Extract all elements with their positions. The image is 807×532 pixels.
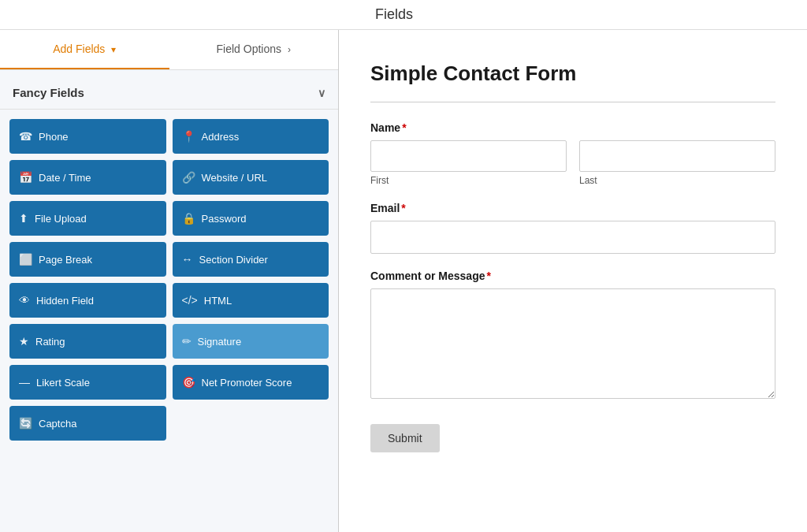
nps-icon: 🎯 bbox=[182, 376, 195, 389]
field-btn-date-time[interactable]: 📅 Date / Time bbox=[9, 160, 166, 195]
last-name-wrap: Last bbox=[579, 140, 775, 186]
form-title: Simple Contact Form bbox=[370, 61, 775, 86]
form-group-comment: Comment or Message* bbox=[370, 270, 775, 402]
first-name-input[interactable] bbox=[370, 140, 567, 172]
rating-icon: ★ bbox=[19, 335, 29, 348]
website-icon: 🔗 bbox=[182, 171, 195, 184]
field-btn-signature[interactable]: ✏ Signature bbox=[173, 324, 329, 359]
fancy-fields-section-header[interactable]: Fancy Fields ∨ bbox=[0, 76, 338, 110]
submit-button[interactable]: Submit bbox=[370, 424, 440, 452]
field-btn-password[interactable]: 🔒 Password bbox=[173, 201, 329, 236]
form-group-name: Name* First Last bbox=[370, 121, 775, 186]
field-btn-captcha[interactable]: 🔄 Captcha bbox=[9, 406, 166, 441]
field-btn-net-promoter-score[interactable]: 🎯 Net Promoter Score bbox=[173, 365, 329, 400]
last-name-input[interactable] bbox=[579, 140, 775, 172]
top-header: Fields bbox=[0, 0, 807, 30]
address-icon: 📍 bbox=[182, 130, 195, 143]
first-label: First bbox=[370, 175, 567, 186]
first-name-wrap: First bbox=[370, 140, 567, 186]
field-btn-phone[interactable]: ☎ Phone bbox=[9, 119, 166, 154]
fancy-fields-chevron: ∨ bbox=[318, 87, 325, 99]
field-btn-website-url[interactable]: 🔗 Website / URL bbox=[173, 160, 329, 195]
hidden-field-icon: 👁 bbox=[19, 294, 30, 307]
section-divider-icon: ↔ bbox=[182, 253, 193, 266]
field-btn-html[interactable]: </> HTML bbox=[173, 283, 329, 318]
comment-required: * bbox=[486, 270, 490, 282]
form-preview: Simple Contact Form Name* First Last bbox=[339, 30, 807, 532]
captcha-icon: 🔄 bbox=[19, 417, 32, 430]
email-label: Email* bbox=[370, 202, 775, 214]
signature-icon: ✏ bbox=[182, 335, 192, 348]
file-upload-icon: ⬆ bbox=[19, 212, 28, 225]
comment-label: Comment or Message* bbox=[370, 270, 775, 282]
last-label: Last bbox=[579, 175, 775, 186]
datetime-icon: 📅 bbox=[19, 171, 32, 184]
field-btn-page-break[interactable]: ⬜ Page Break bbox=[9, 242, 166, 277]
html-icon: </> bbox=[182, 294, 198, 307]
comment-textarea[interactable] bbox=[370, 288, 775, 399]
email-required: * bbox=[401, 202, 405, 214]
field-options-arrow: › bbox=[288, 44, 291, 55]
left-panel: Add Fields ▾ Field Options › Fancy Field… bbox=[0, 30, 339, 532]
password-icon: 🔒 bbox=[182, 212, 195, 225]
phone-icon: ☎ bbox=[19, 130, 32, 143]
field-btn-file-upload[interactable]: ⬆ File Upload bbox=[9, 201, 166, 236]
fields-area[interactable]: Fancy Fields ∨ ☎ Phone 📍 Address 📅 Date … bbox=[0, 70, 338, 532]
page-title: Fields bbox=[375, 6, 413, 23]
form-divider bbox=[370, 102, 775, 102]
fancy-fields-label: Fancy Fields bbox=[13, 86, 84, 99]
field-btn-hidden-field[interactable]: 👁 Hidden Field bbox=[9, 283, 166, 318]
likert-icon: — bbox=[19, 376, 30, 389]
email-input[interactable] bbox=[370, 221, 775, 254]
name-fields-row: First Last bbox=[370, 140, 775, 186]
field-btn-likert-scale[interactable]: — Likert Scale bbox=[9, 365, 166, 400]
tab-field-options[interactable]: Field Options › bbox=[169, 30, 339, 69]
tabs-bar: Add Fields ▾ Field Options › bbox=[0, 30, 338, 70]
main-layout: Add Fields ▾ Field Options › Fancy Field… bbox=[0, 30, 807, 532]
name-label: Name* bbox=[370, 121, 775, 134]
right-panel: Simple Contact Form Name* First Last bbox=[339, 30, 807, 532]
field-btn-address[interactable]: 📍 Address bbox=[173, 119, 329, 154]
tab-add-fields[interactable]: Add Fields ▾ bbox=[0, 30, 169, 69]
fancy-fields-grid: ☎ Phone 📍 Address 📅 Date / Time 🔗 Websit… bbox=[0, 116, 338, 447]
add-fields-arrow: ▾ bbox=[111, 44, 116, 55]
field-btn-rating[interactable]: ★ Rating bbox=[9, 324, 166, 359]
field-btn-section-divider[interactable]: ↔ Section Divider bbox=[173, 242, 329, 277]
page-break-icon: ⬜ bbox=[19, 253, 32, 266]
name-required: * bbox=[402, 121, 406, 134]
form-group-email: Email* bbox=[370, 202, 775, 254]
